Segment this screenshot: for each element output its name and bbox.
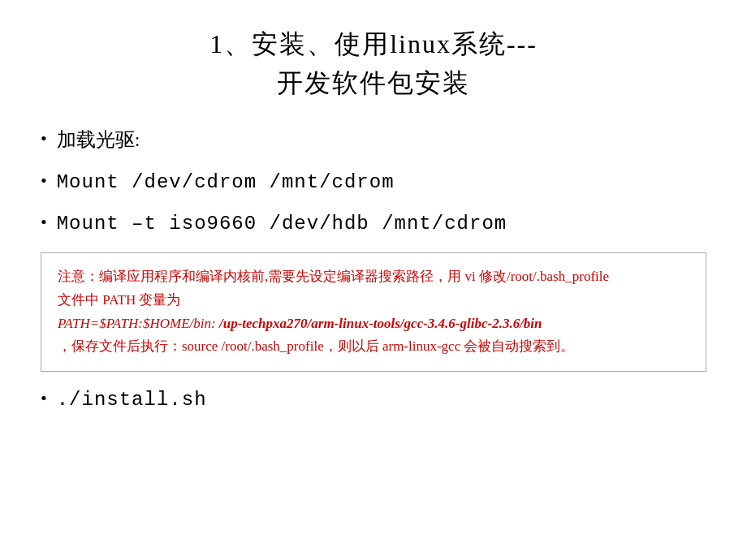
notice-line-1: 注意：编译应用程序和编译内核前,需要先设定编译器搜索路径，用 vi 修改/roo… [58, 265, 689, 289]
notice-text-3a: PATH=$PATH:$HOME/bin: [58, 316, 219, 331]
notice-text-1a: 注意：编译应用程序和编译内核前,需要先设定编译器搜索路径，用 vi 修改/roo… [58, 269, 609, 284]
bullet-text-3: Mount –t iso9660 /dev/hdb /mnt/cdrom [57, 210, 507, 238]
page-container: 1、安装、使用linux系统--- 开发软件包安装 • 加载光驱: • Moun… [0, 0, 747, 560]
title-line1: 1、安装、使用linux系统--- [41, 24, 706, 63]
bullet-text-2: Mount /dev/cdrom /mnt/cdrom [57, 169, 395, 196]
notice-text-2a: 文件中 PATH 变量为 [58, 292, 180, 308]
bullet-dot: • [41, 386, 47, 411]
bullet-dot: • [41, 169, 47, 194]
bullet-dot: • [41, 127, 47, 152]
list-item: • 加载光驱: [41, 127, 706, 154]
bottom-bullet-text: ./install.sh [57, 386, 207, 414]
title-line2: 开发软件包安装 [41, 63, 706, 102]
notice-line-2: 文件中 PATH 变量为 [58, 289, 689, 312]
list-item: • ./install.sh [41, 386, 706, 414]
bullet-list: • 加载光驱: • Mount /dev/cdrom /mnt/cdrom • … [41, 127, 706, 238]
list-item: • Mount –t iso9660 /dev/hdb /mnt/cdrom [41, 210, 706, 238]
title-block: 1、安装、使用linux系统--- 开发软件包安装 [41, 24, 706, 102]
notice-text-4a: ，保存文件后执行：source /root/.bash_profile，则以后 … [58, 338, 574, 354]
notice-line-3: PATH=$PATH:$HOME/bin: /up-techpxa270/arm… [58, 312, 689, 336]
bullet-dot: • [41, 210, 47, 235]
bullet-text-1: 加载光驱: [57, 127, 140, 154]
bottom-bullet-list: • ./install.sh [41, 386, 706, 414]
notice-line-4: ，保存文件后执行：source /root/.bash_profile，则以后 … [58, 335, 689, 359]
notice-text-3b: /up-techpxa270/arm-linux-tools/gcc-3.4.6… [219, 316, 542, 331]
notice-box: 注意：编译应用程序和编译内核前,需要先设定编译器搜索路径，用 vi 修改/roo… [41, 252, 706, 373]
list-item: • Mount /dev/cdrom /mnt/cdrom [41, 169, 706, 196]
